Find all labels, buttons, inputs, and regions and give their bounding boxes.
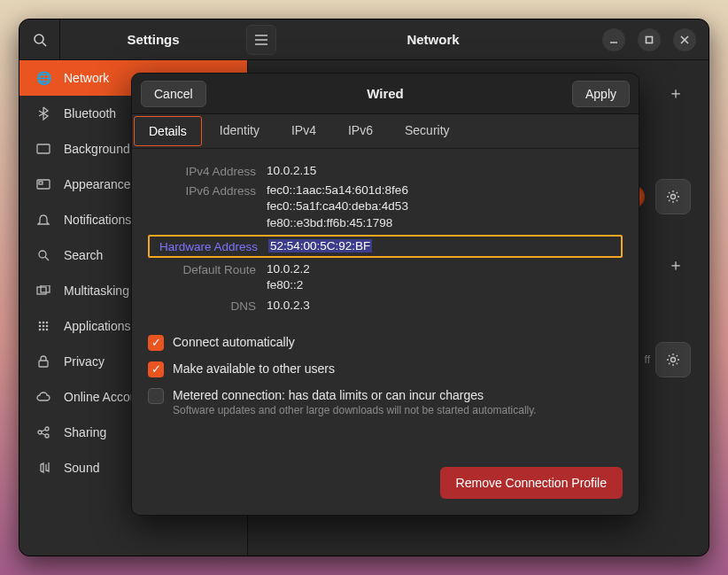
ipv4-address-label: IPv4 Address <box>148 163 267 178</box>
sidebar-item-label: Search <box>64 248 103 262</box>
bell-icon <box>35 214 51 226</box>
svg-rect-14 <box>37 287 46 294</box>
share-icon <box>35 426 51 439</box>
connect-automatically-label: Connect automatically <box>173 335 295 349</box>
search-icon <box>35 249 51 261</box>
hardware-address-label: Hardware Address <box>150 238 268 253</box>
sidebar-item-label: Appearance <box>64 177 131 191</box>
metered-label: Metered connection: has data limits or c… <box>173 388 537 402</box>
svg-line-29 <box>42 430 45 431</box>
minimize-button[interactable] <box>602 28 625 51</box>
sidebar-item-label: Sharing <box>64 425 106 439</box>
wired-dialog: Cancel Wired Apply Details Identity IPv4… <box>131 73 639 516</box>
default-route-label: Default Route <box>148 261 267 276</box>
svg-point-18 <box>46 322 49 324</box>
svg-point-22 <box>39 329 42 331</box>
make-available-label: Make available to other users <box>173 361 335 376</box>
tab-identity[interactable]: Identity <box>204 114 275 148</box>
maximize-button[interactable] <box>638 28 661 51</box>
svg-line-30 <box>42 433 45 435</box>
add-connection-button[interactable]: ＋ <box>661 78 691 108</box>
sidebar-item-label: Bluetooth <box>64 106 116 120</box>
dialog-header: Cancel Wired Apply <box>132 74 639 114</box>
ipv6-address-value: fec0::1aac:5a14:601d:8fe6 fec0::5a1f:ca4… <box>267 183 623 231</box>
svg-point-17 <box>43 322 45 324</box>
svg-point-16 <box>39 322 42 324</box>
tab-ipv4[interactable]: IPv4 <box>275 114 332 148</box>
dns-value: 10.0.2.3 <box>267 298 623 314</box>
ipv6-address-label: IPv6 Address <box>148 183 267 198</box>
svg-point-23 <box>43 329 45 331</box>
dns-label: DNS <box>148 298 267 313</box>
background-icon <box>35 144 51 154</box>
svg-rect-25 <box>39 361 48 367</box>
svg-rect-9 <box>37 144 50 153</box>
svg-point-32 <box>671 358 676 362</box>
headerbar: Settings Network <box>19 19 709 60</box>
appearance-icon <box>35 179 51 190</box>
sidebar-item-label: Sound <box>64 461 99 475</box>
hardware-address-value: 52:54:00:5C:92:BF <box>268 238 621 254</box>
tab-security[interactable]: Security <box>389 114 466 148</box>
grid-icon <box>35 320 51 332</box>
sidebar-item-label: Multitasking <box>64 284 129 298</box>
app-title: Settings <box>60 32 246 47</box>
metered-checkbox[interactable] <box>148 388 164 404</box>
sidebar-item-label: Background <box>64 142 130 156</box>
ipv4-address-value: 10.0.2.15 <box>267 163 623 179</box>
svg-point-24 <box>46 329 49 331</box>
multitask-icon <box>35 285 51 296</box>
svg-point-27 <box>45 427 49 431</box>
sidebar-item-label: Privacy <box>64 354 105 369</box>
sidebar-item-label: Network <box>64 71 109 85</box>
sidebar-item-label: Notifications <box>64 213 131 227</box>
connection-settings-button[interactable] <box>655 179 691 214</box>
hamburger-menu-button[interactable] <box>246 25 276 55</box>
svg-point-28 <box>45 434 49 438</box>
svg-rect-15 <box>41 285 50 292</box>
make-available-checkbox[interactable]: ✓ <box>148 361 164 377</box>
svg-point-19 <box>39 325 42 328</box>
svg-rect-11 <box>39 182 43 184</box>
apply-button[interactable]: Apply <box>572 81 630 107</box>
hardware-address-row: Hardware Address 52:54:00:5C:92:BF <box>148 235 623 258</box>
remove-connection-button[interactable]: Remove Connection Profile <box>440 467 623 499</box>
proxy-toggle-label: ff <box>645 354 650 366</box>
svg-point-26 <box>38 431 42 434</box>
lock-icon <box>35 355 51 368</box>
tab-ipv6[interactable]: IPv6 <box>332 114 389 148</box>
default-route-value: 10.0.2.2 fe80::2 <box>267 261 623 293</box>
dialog-tabs: Details Identity IPv4 IPv6 Security <box>132 114 639 149</box>
svg-point-31 <box>671 195 676 199</box>
sidebar-item-label: Applications <box>64 319 131 333</box>
svg-point-12 <box>39 251 46 258</box>
tab-details[interactable]: Details <box>134 116 202 146</box>
metered-sublabel: Software updates and other large downloa… <box>173 404 537 416</box>
search-button[interactable] <box>19 19 60 60</box>
cloud-icon <box>35 392 51 402</box>
connect-automatically-checkbox[interactable]: ✓ <box>148 335 164 351</box>
sound-icon <box>35 462 51 474</box>
bluetooth-icon <box>35 106 51 120</box>
svg-rect-6 <box>647 36 653 43</box>
add-vpn-button[interactable]: ＋ <box>661 250 691 280</box>
cancel-button[interactable]: Cancel <box>141 81 206 107</box>
svg-point-0 <box>35 35 43 43</box>
svg-point-20 <box>43 325 45 328</box>
proxy-settings-button[interactable] <box>655 342 691 377</box>
dialog-title: Wired <box>132 86 639 101</box>
close-button[interactable] <box>673 28 696 51</box>
svg-point-21 <box>46 325 49 328</box>
svg-line-13 <box>45 257 49 260</box>
page-title: Network <box>276 32 590 47</box>
globe-icon: 🌐 <box>35 71 51 85</box>
svg-line-1 <box>43 43 46 46</box>
